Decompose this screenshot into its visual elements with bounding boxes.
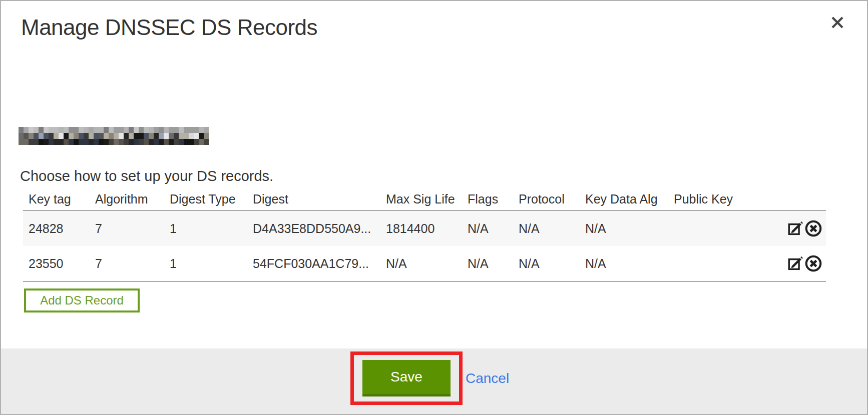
cell-protocol: N/A [513,222,580,236]
table-row: 23550 7 1 54FCF030AA1C79... N/A N/A N/A … [23,246,826,281]
save-button-red-highlight: Save [350,352,463,405]
add-ds-record-button[interactable]: Add DS Record [24,288,140,312]
manage-dnssec-ds-records-modal: Manage DNSSEC DS Records Choose how to s… [0,0,868,415]
column-header-flags: Flags [462,192,513,206]
column-header-public-key: Public Key [668,192,779,206]
cell-flags: N/A [462,256,513,271]
cell-protocol: N/A [513,256,580,271]
cell-digest-type: 1 [164,256,247,271]
save-button[interactable]: Save [362,360,451,396]
column-header-key-data-alg: Key Data Alg [580,192,668,206]
cell-key-tag: 23550 [23,256,90,271]
cell-algorithm: 7 [90,222,164,236]
cell-flags: N/A [462,222,513,236]
cell-digest: D4A33E8DD550A9... [247,222,380,236]
cell-key-tag: 24828 [23,222,90,236]
cell-key-data-alg: N/A [580,222,668,236]
table-row: 24828 7 1 D4A33E8DD550A9... 1814400 N/A … [23,211,826,246]
cancel-link[interactable]: Cancel [466,370,509,386]
column-header-digest-type: Digest Type [164,192,247,206]
cell-max-sig-life: N/A [380,256,462,271]
column-header-algorithm: Algorithm [90,192,164,206]
cell-algorithm: 7 [90,256,164,271]
edit-record-icon[interactable] [787,255,804,272]
delete-record-icon[interactable] [804,219,823,238]
add-ds-record-label: Add DS Record [40,294,124,308]
cell-key-data-alg: N/A [580,256,668,271]
cell-digest-type: 1 [164,222,247,236]
instruction-text: Choose how to set up your DS records. [20,168,273,184]
close-icon[interactable] [829,14,846,31]
column-header-key-tag: Key tag [23,192,90,206]
page-title: Manage DNSSEC DS Records [21,15,317,40]
column-header-protocol: Protocol [513,192,580,206]
column-header-digest: Digest [247,192,380,206]
modal-footer: Save Cancel [1,348,867,414]
domain-name-redacted [19,127,209,145]
ds-records-table: Key tag Algorithm Digest Type Digest Max… [23,188,826,282]
column-header-max-sig-life: Max Sig Life [380,192,462,206]
delete-record-icon[interactable] [804,254,823,273]
edit-record-icon[interactable] [787,220,804,237]
cell-max-sig-life: 1814400 [380,222,462,236]
table-body: 24828 7 1 D4A33E8DD550A9... 1814400 N/A … [23,210,826,282]
table-header-row: Key tag Algorithm Digest Type Digest Max… [23,188,826,210]
cell-digest: 54FCF030AA1C79... [247,256,380,271]
save-button-label: Save [390,369,422,385]
